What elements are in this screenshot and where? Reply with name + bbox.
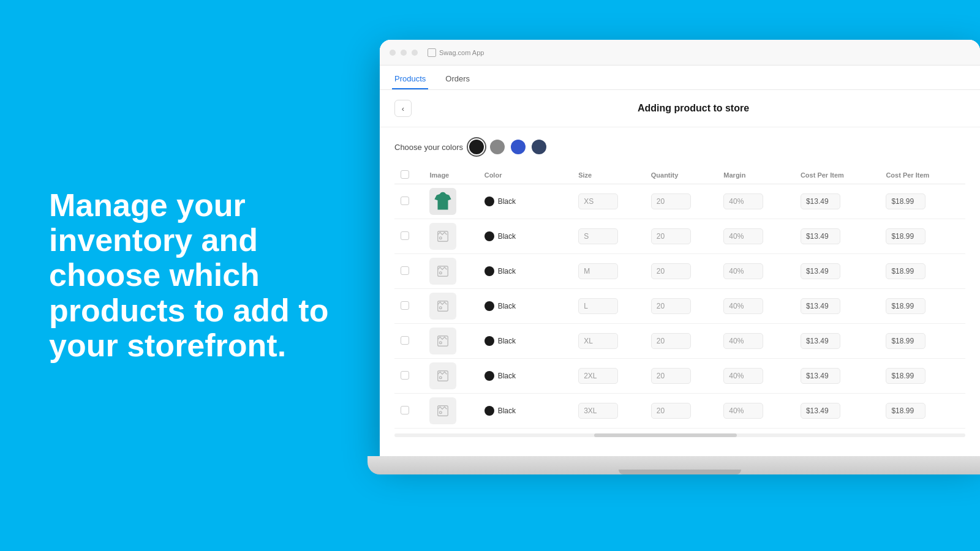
color-label-0: Black bbox=[484, 197, 566, 206]
margin-input-2[interactable]: 40% bbox=[723, 263, 763, 279]
product-table: Image Color Size Quantity Margin Cost Pe… bbox=[394, 167, 965, 429]
color-text-2: Black bbox=[498, 267, 516, 276]
back-button[interactable]: ‹ bbox=[394, 100, 412, 117]
table-row: Black XL2040%$13.49$18.99 bbox=[394, 324, 965, 359]
app-title-label: Swag.com App bbox=[428, 48, 484, 57]
color-label-2: Black bbox=[484, 266, 566, 276]
table-row: Black M2040%$13.49$18.99 bbox=[394, 254, 965, 289]
row-checkbox-2[interactable] bbox=[401, 266, 409, 275]
product-placeholder-5 bbox=[429, 362, 456, 389]
size-input-0[interactable]: XS bbox=[578, 193, 618, 209]
qty-input-4[interactable]: 20 bbox=[651, 333, 691, 349]
table-row: Black 2XL2040%$13.49$18.99 bbox=[394, 359, 965, 394]
color-swatch-black[interactable] bbox=[469, 140, 484, 154]
margin-input-5[interactable]: 40% bbox=[723, 368, 763, 384]
color-dot-2 bbox=[484, 266, 494, 276]
scrollbar-thumb[interactable] bbox=[594, 433, 737, 437]
app-chrome: Swag.com App Products Orders ‹ Adding pr… bbox=[380, 40, 980, 456]
laptop-base bbox=[368, 456, 980, 474]
title-bar: Swag.com App bbox=[380, 40, 980, 66]
page-header: ‹ Adding product to store bbox=[380, 90, 980, 127]
color-label-6: Black bbox=[484, 406, 566, 416]
margin-input-4[interactable]: 40% bbox=[723, 333, 763, 349]
product-placeholder-6 bbox=[429, 397, 456, 424]
color-text-5: Black bbox=[498, 372, 516, 380]
color-label-5: Black bbox=[484, 371, 566, 381]
table-body: Black XS2040%$13.49$18.99 Black S2040%$1… bbox=[394, 184, 965, 429]
cost-input-0: $13.49 bbox=[801, 193, 840, 209]
col-header-cost-per-item-2: Cost Per Item bbox=[880, 167, 965, 184]
size-input-2[interactable]: M bbox=[578, 263, 618, 279]
row-checkbox-6[interactable] bbox=[401, 406, 409, 414]
color-swatch-navy[interactable] bbox=[532, 140, 546, 154]
table-row: Black S2040%$13.49$18.99 bbox=[394, 219, 965, 254]
window-dot-3 bbox=[412, 50, 418, 56]
scrollbar-area[interactable] bbox=[394, 433, 965, 437]
svg-point-1 bbox=[440, 237, 442, 239]
product-placeholder-1 bbox=[429, 223, 456, 250]
window-dot-2 bbox=[401, 50, 407, 56]
svg-point-11 bbox=[440, 411, 442, 414]
content-area: Choose your colors bbox=[380, 127, 980, 456]
row-checkbox-3[interactable] bbox=[401, 301, 409, 310]
product-placeholder-2 bbox=[429, 258, 456, 285]
cost-input-5: $13.49 bbox=[801, 368, 840, 384]
col-header-quantity: Quantity bbox=[645, 167, 718, 184]
color-dot-3 bbox=[484, 301, 494, 311]
tab-products[interactable]: Products bbox=[392, 69, 428, 89]
color-swatch-gray[interactable] bbox=[490, 140, 505, 154]
cost-input-6: $13.49 bbox=[801, 403, 840, 419]
row-checkbox-5[interactable] bbox=[401, 371, 409, 380]
size-input-6[interactable]: 3XL bbox=[578, 403, 618, 419]
qty-input-1[interactable]: 20 bbox=[651, 228, 691, 244]
table-row: Black L2040%$13.49$18.99 bbox=[394, 289, 965, 324]
svg-point-7 bbox=[440, 342, 442, 344]
qty-input-2[interactable]: 20 bbox=[651, 263, 691, 279]
color-text-4: Black bbox=[498, 337, 516, 345]
row-checkbox-4[interactable] bbox=[401, 336, 409, 345]
svg-point-5 bbox=[440, 307, 442, 309]
qty-input-5[interactable]: 20 bbox=[651, 368, 691, 384]
price-input-2: $18.99 bbox=[886, 263, 925, 279]
color-swatch-blue[interactable] bbox=[511, 140, 526, 154]
size-input-5[interactable]: 2XL bbox=[578, 368, 618, 384]
color-picker-label: Choose your colors bbox=[394, 143, 463, 152]
row-checkbox-0[interactable] bbox=[401, 197, 409, 205]
row-checkbox-1[interactable] bbox=[401, 231, 409, 240]
tab-orders[interactable]: Orders bbox=[443, 69, 472, 89]
color-dot-1 bbox=[484, 231, 494, 241]
margin-input-6[interactable]: 40% bbox=[723, 403, 763, 419]
cost-input-4: $13.49 bbox=[801, 333, 840, 349]
size-input-4[interactable]: XL bbox=[578, 333, 618, 349]
size-input-1[interactable]: S bbox=[578, 228, 618, 244]
svg-point-3 bbox=[440, 272, 442, 274]
margin-input-0[interactable]: 40% bbox=[723, 193, 763, 209]
laptop-wrapper: Swag.com App Products Orders ‹ Adding pr… bbox=[380, 40, 980, 551]
window-dot-1 bbox=[390, 50, 396, 56]
margin-input-3[interactable]: 40% bbox=[723, 298, 763, 314]
price-input-6: $18.99 bbox=[886, 403, 925, 419]
price-input-0: $18.99 bbox=[886, 193, 925, 209]
color-label-1: Black bbox=[484, 231, 566, 241]
price-input-3: $18.99 bbox=[886, 298, 925, 314]
qty-input-6[interactable]: 20 bbox=[651, 403, 691, 419]
qty-input-3[interactable]: 20 bbox=[651, 298, 691, 314]
product-image-0 bbox=[429, 188, 456, 215]
select-all-checkbox[interactable] bbox=[401, 170, 409, 179]
col-header-cost-per-item: Cost Per Item bbox=[794, 167, 880, 184]
table-row: Black 3XL2040%$13.49$18.99 bbox=[394, 394, 965, 429]
qty-input-0[interactable]: 20 bbox=[651, 193, 691, 209]
col-header-image: Image bbox=[423, 167, 478, 184]
price-input-4: $18.99 bbox=[886, 333, 925, 349]
cost-input-3: $13.49 bbox=[801, 298, 840, 314]
hero-text: Manage your inventory and choose which p… bbox=[49, 188, 355, 363]
price-input-5: $18.99 bbox=[886, 368, 925, 384]
cost-input-2: $13.49 bbox=[801, 263, 840, 279]
color-dot-0 bbox=[484, 197, 494, 206]
table-header-row: Image Color Size Quantity Margin Cost Pe… bbox=[394, 167, 965, 184]
color-dot-4 bbox=[484, 336, 494, 346]
color-label-3: Black bbox=[484, 301, 566, 311]
color-text-3: Black bbox=[498, 302, 516, 310]
margin-input-1[interactable]: 40% bbox=[723, 228, 763, 244]
size-input-3[interactable]: L bbox=[578, 298, 618, 314]
